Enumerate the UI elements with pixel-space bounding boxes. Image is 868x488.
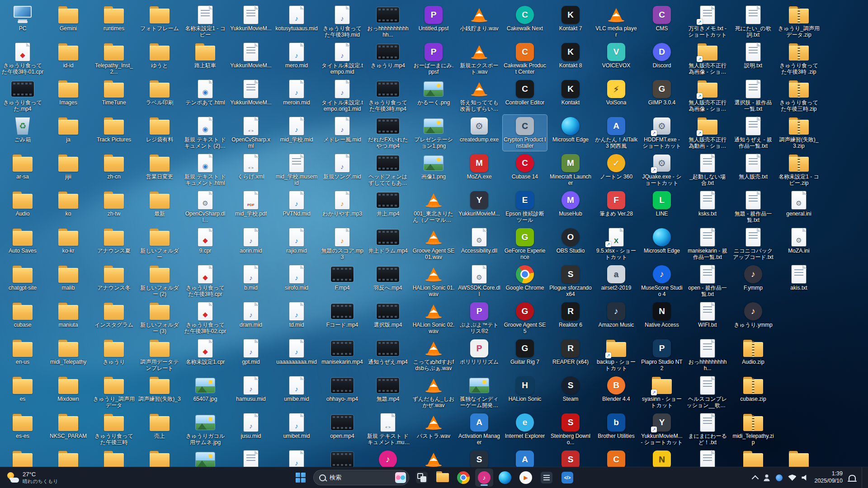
desktop-icon[interactable]: 通知うぜえ - 親作品一覧.txt (731, 115, 775, 151)
desktop-icon[interactable]: ↗無人販売不正行為動画 - ショートカット (685, 115, 730, 151)
desktop-icon[interactable]: ♪aorin.mid (229, 226, 273, 262)
desktop-icon[interactable]: 営業日変更 (137, 152, 182, 188)
desktop-icon[interactable]: Gemini (46, 4, 90, 40)
desktop-icon[interactable]: Groove Agent SE 01.wav (411, 226, 456, 262)
desktop-icon[interactable]: VLC media player (594, 4, 638, 40)
desktop-icon[interactable]: PPiapro Studio NT2 (640, 337, 684, 373)
desktop-icon[interactable]: YukkuriMovieM... (229, 78, 273, 114)
desktop-icon[interactable]: malib (46, 263, 90, 299)
desktop-icon[interactable]: Google Chrome (503, 263, 547, 299)
desktop-icon[interactable]: ⚡VoiSona (594, 78, 638, 114)
desktop-icon[interactable]: Pおーばーまにみ.ppsf (411, 41, 456, 77)
desktop-icon[interactable]: KKontakt (548, 78, 593, 114)
desktop-icon[interactable]: ♪gpt.mid (229, 337, 273, 373)
desktop-icon[interactable]: 調声練習(失敗)_3.zip (777, 115, 821, 151)
desktop-icon[interactable]: GGIMP 3.0.4 (640, 78, 684, 114)
desktop-icon[interactable]: ja (46, 115, 90, 151)
taskbar-app-media-player[interactable]: ▶ (517, 469, 535, 487)
desktop-icon[interactable]: F.mp4 (320, 263, 364, 299)
tray-user-icon[interactable] (763, 474, 770, 481)
desktop-icon[interactable]: open - 親作品一覧.txt (685, 263, 730, 299)
desktop-icon[interactable]: Microsoft Edge (640, 226, 684, 262)
desktop-icon[interactable]: KKontakt 7 (548, 4, 593, 40)
desktop-icon[interactable]: ⚙general.ini (777, 189, 821, 225)
desktop-icon[interactable]: ♪ (366, 448, 410, 467)
desktop-icon[interactable]: 名称未設定1 - コピー (183, 4, 227, 40)
desktop-icon[interactable]: ♪meroin.mid (274, 78, 319, 114)
desktop-icon[interactable]: zh-tw (92, 189, 136, 225)
desktop-icon[interactable]: 新規エクスポート.wav (457, 41, 501, 77)
desktop-icon[interactable] (183, 448, 227, 467)
desktop-icon[interactable]: きゅうり (92, 337, 136, 373)
desktop-icon[interactable]: Audio (0, 189, 45, 225)
desktop-icon[interactable]: F筆まめ Ver.28 (594, 189, 638, 225)
desktop-icon[interactable]: MMoZA.exe (457, 152, 501, 188)
desktop-icon[interactable]: NNative Access (640, 300, 684, 336)
desktop-icon[interactable]: かるーく.png (411, 78, 456, 114)
desktop-icon[interactable]: アナウンス冬 (92, 263, 136, 299)
desktop-icon[interactable]: ◉テンポあて.html (183, 78, 227, 114)
desktop-icon[interactable]: chatgpt-site (0, 263, 45, 299)
desktop-icon[interactable]: ↗backup - ショートカット (594, 337, 638, 373)
desktop-icon[interactable]: 調声練習(失敗)_3 (137, 374, 182, 410)
desktop-icon[interactable]: パストラ.wav (411, 411, 456, 447)
desktop-icon[interactable] (685, 448, 730, 467)
taskbar-app-dev-app[interactable]: </> (558, 469, 576, 487)
desktop-icon[interactable]: ⚙↗JQuake.exe - ショートカット (640, 152, 684, 188)
desktop-icon[interactable]: 羽反へ.mp4 (366, 263, 410, 299)
desktop-icon[interactable]: Telepathy_Inst_2... (92, 41, 136, 77)
desktop-icon[interactable]: 最新 (137, 189, 182, 225)
desktop-icon[interactable]: きゅうり食ってた.mp4 (0, 78, 45, 114)
desktop-icon[interactable] (411, 448, 456, 467)
tray-onedrive-icon[interactable] (776, 474, 783, 481)
desktop-icon[interactable]: アナウンス夏 (92, 226, 136, 262)
desktop-icon[interactable]: 答え知ってても改善しずらいわこれ.wav (457, 78, 501, 114)
desktop-icon[interactable]: CCubase 14 (503, 152, 547, 188)
desktop-icon[interactable] (137, 448, 182, 467)
desktop-icon[interactable]: ↗無人販売不正行為画像 - ショートカット (685, 78, 730, 114)
desktop-icon[interactable]: en-us (0, 337, 45, 373)
desktop-icon[interactable]: Pぷよぷよ™テトリス®2 (457, 300, 501, 336)
desktop-icon[interactable]: ♪hamusu.mid (229, 374, 273, 410)
desktop-icon[interactable]: ↗無人販売不正行為画像 - ショートカッ... (685, 41, 730, 77)
desktop-icon[interactable]: きゅうり_調声用データ.zip (777, 4, 821, 40)
desktop-icon[interactable] (777, 448, 821, 467)
desktop-icon[interactable]: きゅうり食ってた午後三時.zip (777, 78, 821, 114)
desktop-icon[interactable]: zh-cn (92, 152, 136, 188)
desktop-icon[interactable]: 65407.jpg (183, 374, 227, 410)
desktop-icon[interactable]: ↗syasinn - ショートカット (640, 374, 684, 410)
desktop-icon[interactable]: ksks.txt (685, 189, 730, 225)
desktop-icon[interactable]: ♪新規ソング.mid (320, 152, 364, 188)
desktop-icon[interactable]: CCMS (640, 4, 684, 40)
desktop-icon[interactable]: Microsoft Edge (548, 115, 593, 151)
volume-icon[interactable] (802, 475, 809, 481)
desktop-icon[interactable]: 新しいフォルダー (2) (137, 263, 182, 299)
desktop-icon[interactable]: 選択肢 - 親作品一覧.txt (731, 78, 775, 114)
taskbar-app-file-explorer[interactable] (434, 469, 452, 487)
desktop-icon[interactable]: おっhhhhhhhhhh... (685, 337, 730, 373)
desktop-icon[interactable]: こってぬhdすおfdsbらぶぁ.wav (411, 337, 456, 373)
desktop-icon[interactable]: cubase.zip (731, 374, 775, 410)
desktop-icon[interactable]: MMuseHub (548, 189, 593, 225)
desktop-icon[interactable]: < >OpenCvSharp.xml (229, 115, 273, 151)
desktop-icon[interactable]: akis.txt (777, 263, 821, 299)
desktop-icon[interactable]: PC (0, 4, 45, 40)
desktop-icon[interactable]: ◆きゅうり食ってた午後3時-01.cpr (0, 41, 45, 77)
desktop-icon[interactable]: KKontakt 8 (548, 41, 593, 77)
desktop-icon[interactable]: < >くらげ.xml (229, 152, 273, 188)
desktop-icon[interactable]: ♪kotusytuaaus.mid (274, 4, 319, 40)
desktop-icon[interactable]: ◆きゅうり食ってた午後3時-02.cpr (183, 300, 227, 336)
desktop-icon[interactable]: ◆9.cpr (183, 226, 227, 262)
desktop-icon[interactable]: manisekarin.mp4 (320, 337, 364, 373)
desktop-icon[interactable]: インスタグラム (92, 300, 136, 336)
desktop-icon[interactable]: GGroove Agent SE 5 (503, 300, 547, 336)
taskbar-app-task-view[interactable] (413, 469, 431, 487)
desktop-icon[interactable]: CCakewalk Product Center (503, 41, 547, 77)
desktop-icon[interactable]: NKSC_PARAM (46, 411, 90, 447)
desktop-icon[interactable]: ⚙↗HDDFMT.exe - ショートカット (640, 115, 684, 151)
desktop-icon[interactable]: CCakewalk Next (503, 4, 547, 40)
hidden-icons-chevron[interactable] (752, 475, 759, 482)
desktop-icon[interactable]: きゅうり.mp4 (366, 41, 410, 77)
desktop-icon[interactable]: id-id (46, 41, 90, 77)
desktop-icon[interactable]: ⚙MoZA.ini (777, 226, 821, 262)
